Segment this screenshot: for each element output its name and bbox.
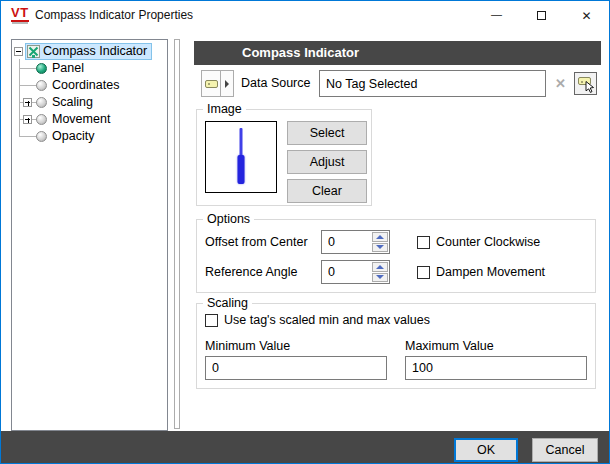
cursor-icon	[585, 81, 595, 93]
tag-icon[interactable]	[202, 71, 221, 96]
expand-icon[interactable]	[23, 115, 32, 124]
reference-angle-label: Reference Angle	[205, 260, 297, 284]
panel-splitter[interactable]	[174, 39, 180, 429]
minimize-icon: —	[491, 8, 502, 20]
tree-item-label: Compass Indicator	[43, 44, 147, 59]
dialog-footer: OK Cancel	[1, 431, 609, 464]
dampen-movement-label: Dampen Movement	[436, 265, 545, 279]
tree-item-label: Coordinates	[52, 77, 119, 94]
data-source-input[interactable]	[319, 70, 546, 97]
spin-up-button[interactable]	[372, 262, 388, 272]
image-adjust-button[interactable]: Adjust	[287, 150, 367, 174]
tree-item-label: Scaling	[52, 94, 93, 111]
minimize-button[interactable]: —	[474, 1, 519, 30]
scaling-group: Scaling Use tag's scaled min and max val…	[196, 303, 596, 389]
maximum-value-input[interactable]	[405, 356, 587, 380]
chevron-up-icon	[376, 235, 384, 239]
offset-from-center-label: Offset from Center	[205, 230, 308, 254]
offset-from-center-spinner	[321, 230, 390, 254]
app-logo-icon: VT	[11, 6, 29, 22]
needle-graphic	[240, 128, 243, 158]
tree-item-label: Panel	[52, 60, 84, 77]
counter-clockwise-checkbox[interactable]	[417, 236, 430, 249]
reference-angle-spinner	[321, 260, 390, 284]
needle-graphic	[238, 155, 245, 184]
close-button[interactable]: ✕	[564, 1, 609, 30]
minimum-value-input[interactable]	[205, 356, 387, 380]
tree-item-compass-indicator[interactable]: Compass Indicator	[12, 43, 167, 60]
panel-status-icon	[36, 63, 47, 74]
panel-header: Compass Indicator	[194, 41, 601, 65]
properties-tree: Compass Indicator Panel Coordinates Scal…	[11, 39, 168, 431]
image-clear-button[interactable]: Clear	[287, 179, 367, 203]
opacity-status-icon	[36, 131, 47, 142]
clear-tag-button[interactable]: ✕	[550, 73, 571, 94]
maximize-icon	[537, 11, 546, 20]
dampen-movement-checkbox[interactable]	[417, 266, 430, 279]
title-bar: VT Compass Indicator Properties — ✕	[1, 1, 609, 30]
tree-item-scaling[interactable]: Scaling	[12, 94, 167, 111]
close-icon: ✕	[581, 9, 591, 23]
spin-down-button[interactable]	[372, 273, 388, 283]
counter-clockwise-option: Counter Clockwise	[417, 235, 540, 249]
use-tag-scaling-checkbox[interactable]	[205, 314, 218, 327]
tree-item-movement[interactable]: Movement	[12, 111, 167, 128]
options-group: Options Offset from Center Counter Clock…	[196, 219, 596, 293]
panel-title: Compass Indicator	[194, 41, 601, 65]
tree-item-label: Opacity	[52, 128, 94, 145]
maximize-button[interactable]	[519, 1, 564, 30]
select-tag-button[interactable]	[574, 72, 597, 95]
cancel-button[interactable]: Cancel	[532, 438, 598, 462]
dampen-movement-option: Dampen Movement	[417, 265, 545, 279]
use-tag-scaling-option: Use tag's scaled min and max values	[205, 313, 430, 327]
maximum-value-label: Maximum Value	[405, 334, 494, 358]
use-tag-scaling-label: Use tag's scaled min and max values	[224, 313, 430, 327]
tree-selection[interactable]: Compass Indicator	[25, 43, 152, 60]
counter-clockwise-label: Counter Clockwise	[436, 235, 540, 249]
options-group-label: Options	[203, 212, 254, 226]
chevron-up-icon	[376, 265, 384, 269]
tree-item-opacity[interactable]: Opacity	[12, 128, 167, 145]
scaling-group-label: Scaling	[203, 296, 252, 310]
window-controls: — ✕	[474, 1, 609, 30]
chevron-down-icon	[376, 245, 384, 249]
tree-item-panel[interactable]: Panel	[12, 60, 167, 77]
reference-angle-input[interactable]	[322, 261, 368, 283]
chevron-down-icon	[376, 275, 384, 279]
tag-menu-button[interactable]	[201, 70, 234, 97]
spin-up-button[interactable]	[372, 232, 388, 242]
tree-item-coordinates[interactable]: Coordinates	[12, 77, 167, 94]
coordinates-status-icon	[36, 80, 47, 91]
expand-icon[interactable]	[23, 98, 32, 107]
dialog-window: VT Compass Indicator Properties — ✕ Comp…	[0, 0, 610, 464]
chevron-right-icon	[225, 80, 229, 88]
image-group: Image Select Adjust Clear	[196, 109, 372, 206]
scaling-status-icon	[36, 97, 47, 108]
tree-item-label: Movement	[52, 111, 110, 128]
compass-indicator-icon	[27, 45, 40, 58]
movement-status-icon	[36, 114, 47, 125]
ok-button[interactable]: OK	[454, 438, 518, 462]
tag-menu-arrow[interactable]	[221, 71, 233, 96]
properties-panel: Compass Indicator Data Source ✕ Image Se…	[194, 39, 601, 432]
minimum-value-label: Minimum Value	[205, 334, 290, 358]
spin-down-button[interactable]	[372, 243, 388, 253]
image-select-button[interactable]: Select	[287, 121, 367, 145]
collapse-icon[interactable]	[14, 47, 23, 56]
window-title: Compass Indicator Properties	[35, 1, 193, 30]
data-source-label: Data Source	[241, 70, 310, 97]
image-group-label: Image	[203, 102, 246, 116]
needle-image-preview	[205, 121, 277, 193]
offset-from-center-input[interactable]	[322, 231, 368, 253]
